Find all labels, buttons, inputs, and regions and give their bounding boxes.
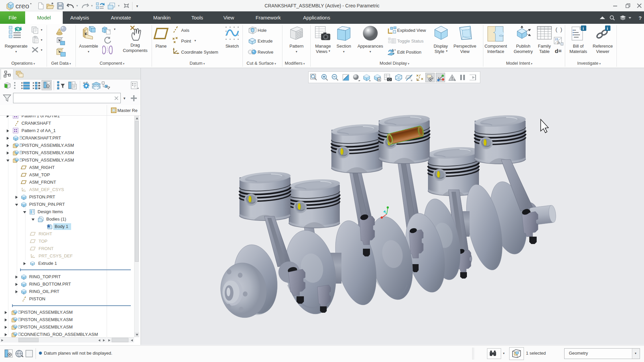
svg-text:8: 8 [378,78,380,81]
svg-text:fx: fx [557,41,560,44]
svg-text:y: y [392,49,394,52]
svg-text:creo: creo [15,2,29,10]
svg-text:?: ? [639,15,642,20]
svg-text:x: x [394,48,396,51]
svg-text:i: i [583,26,584,31]
svg-text:z: z [393,52,394,55]
svg-text:i: i [607,26,608,31]
